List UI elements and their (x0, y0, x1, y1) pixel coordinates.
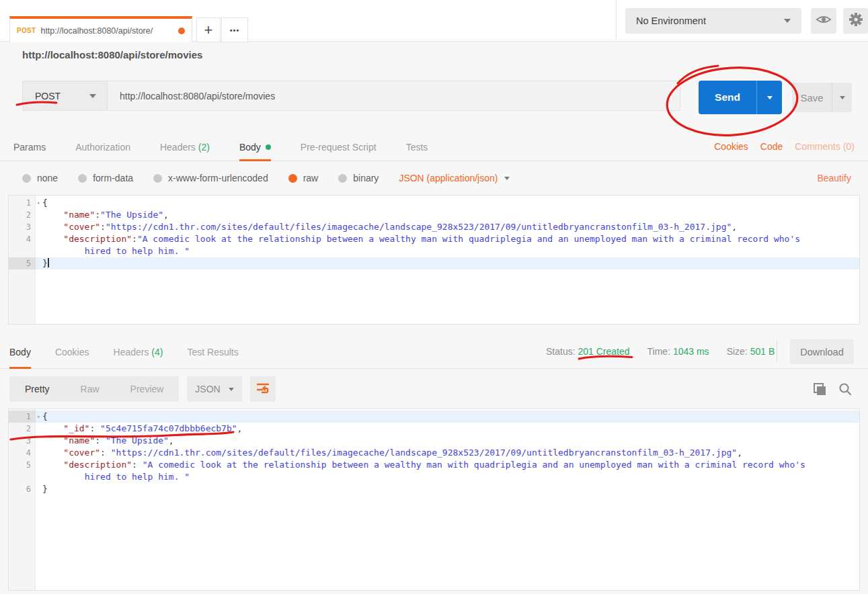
save-options-button[interactable] (832, 83, 852, 112)
response-tab-headers[interactable]: Headers (4) (114, 334, 163, 369)
download-button[interactable]: Download (790, 339, 854, 364)
environment-preview-button[interactable] (811, 8, 836, 34)
response-tab-test-results[interactable]: Test Results (187, 334, 238, 369)
beautify-link[interactable]: Beautify (817, 161, 851, 195)
code-text[interactable]: { (36, 197, 859, 209)
copy-response-button[interactable] (812, 382, 827, 400)
url-input[interactable] (108, 81, 680, 111)
request-body-editor[interactable]: 1▾{2 "name":"The Upside",3 "cover":"http… (8, 195, 860, 325)
tab-params[interactable]: Params (13, 132, 46, 161)
radio-selected-icon (288, 174, 297, 183)
send-options-button[interactable] (757, 81, 782, 114)
time-value: 1043 ms (673, 346, 709, 357)
radio-binary[interactable]: binary (338, 173, 379, 183)
line-number: 1▾ (9, 411, 36, 423)
request-links: Cookies Code Comments (0) (714, 132, 855, 161)
settings-button[interactable] (843, 8, 868, 34)
code-line[interactable]: 3 "cover":"https://cdn1.thr.com/sites/de… (9, 221, 859, 233)
response-header-bar: Body Cookies Headers (4) Test Results St… (0, 334, 868, 369)
response-view-bar: Pretty Raw Preview JSON (0, 369, 868, 409)
fold-caret-icon[interactable]: ▾ (37, 411, 40, 423)
environment-select[interactable]: No Environment (625, 8, 801, 34)
view-preview[interactable]: Preview (115, 376, 180, 402)
send-button[interactable]: Send (699, 81, 782, 114)
status-label: Status: (546, 346, 576, 357)
new-tab-button[interactable]: + (196, 17, 221, 42)
code-text[interactable]: "_id": "5c4e715fa74c07dbbb6ecb7b", (36, 423, 859, 435)
radio-raw[interactable]: raw (288, 173, 319, 183)
code-text[interactable]: "name": "The Upside", (36, 435, 859, 447)
size-value: 501 B (750, 346, 775, 357)
code-text[interactable]: } (36, 483, 859, 495)
radio-form-data[interactable]: form-data (78, 173, 133, 183)
tab-tests[interactable]: Tests (406, 132, 428, 161)
code-line[interactable]: 1▾{ (9, 197, 859, 209)
chevron-down-icon (767, 96, 773, 99)
code-line[interactable]: 6} (9, 483, 859, 495)
line-number: 1▾ (9, 197, 36, 209)
line-number: 3 (9, 221, 36, 233)
unsaved-dot-icon (178, 28, 185, 34)
save-label[interactable]: Save (792, 83, 832, 112)
code-line[interactable]: 2 "_id": "5c4e715fa74c07dbbb6ecb7b", (9, 423, 859, 435)
radio-icon (78, 174, 87, 183)
tab-authorization[interactable]: Authorization (75, 132, 130, 161)
send-label[interactable]: Send (699, 81, 757, 114)
code-text[interactable]: } (36, 257, 859, 269)
code-text[interactable]: { (36, 411, 859, 423)
comments-link[interactable]: Comments (0) (795, 141, 855, 152)
request-tab[interactable]: POST http://localhost:8080/api/store/ (9, 16, 192, 42)
fold-caret-icon[interactable]: ▾ (37, 197, 40, 209)
tab-body[interactable]: Body (239, 132, 271, 161)
code-line[interactable]: 3 "name": "The Upside", (9, 435, 859, 447)
view-raw[interactable]: Raw (65, 376, 115, 402)
size-label: Size: (727, 346, 748, 357)
code-text[interactable]: "description":"A comedic look at the rel… (36, 233, 859, 245)
code-link[interactable]: Code (760, 141, 783, 152)
content-type-select[interactable]: JSON (application/json) (399, 173, 510, 183)
format-select[interactable]: JSON (187, 376, 242, 402)
breadcrumb-bar: http://localhost:8080/api/store/movies (0, 42, 868, 67)
more-tabs-button[interactable]: ••• (221, 17, 248, 42)
code-line[interactable]: 2 "name":"The Upside", (9, 209, 859, 221)
response-tab-cookies[interactable]: Cookies (55, 334, 89, 369)
code-line[interactable]: 4 "description":"A comedic look at the r… (9, 233, 859, 245)
line-number: 4 (9, 447, 36, 459)
method-label: POST (35, 91, 61, 101)
chevron-down-icon (89, 94, 96, 98)
radio-none[interactable]: none (22, 173, 58, 183)
code-line[interactable]: 5} (9, 257, 859, 269)
search-response-button[interactable] (838, 382, 853, 399)
method-select[interactable]: POST (22, 81, 108, 111)
code-line[interactable]: hired to help him. " (9, 471, 859, 483)
wrap-text-button[interactable] (250, 376, 276, 402)
tab-headers[interactable]: Headers (2) (160, 132, 210, 161)
code-text[interactable]: "name":"The Upside", (36, 209, 859, 221)
code-line[interactable]: 1▾{ (9, 411, 859, 423)
view-pretty[interactable]: Pretty (9, 376, 65, 402)
cookies-link[interactable]: Cookies (714, 141, 748, 152)
response-tab-body[interactable]: Body (9, 334, 31, 369)
format-label: JSON (195, 384, 220, 394)
body-filled-dot-icon (266, 144, 271, 150)
tab-pre-request-script[interactable]: Pre-request Script (301, 132, 377, 161)
code-text[interactable]: "description": "A comedic look at the re… (36, 459, 859, 471)
line-number: 3 (9, 435, 36, 447)
content-type-label: JSON (application/json) (399, 173, 498, 183)
top-bar: POST http://localhost:8080/api/store/ + … (0, 0, 868, 42)
code-text[interactable]: "cover": "https://cdn1.thr.com/sites/def… (36, 447, 859, 459)
code-line[interactable]: 4 "cover": "https://cdn1.thr.com/sites/d… (9, 447, 859, 459)
view-mode-control: Pretty Raw Preview (9, 376, 179, 402)
line-number: 2 (9, 423, 36, 435)
save-button[interactable]: Save (792, 83, 852, 112)
code-line[interactable]: hired to help him. " (9, 245, 859, 257)
radio-x-www-form-urlencoded[interactable]: x-www-form-urlencoded (153, 173, 268, 183)
request-builder: POST Send Save (0, 67, 868, 132)
code-text[interactable]: hired to help him. " (36, 471, 859, 483)
time-label: Time: (647, 346, 670, 357)
wrap-text-icon (255, 380, 270, 398)
code-text[interactable]: "cover":"https://cdn1.thr.com/sites/defa… (36, 221, 859, 233)
code-line[interactable]: 5 "description": "A comedic look at the … (9, 459, 859, 471)
response-body-editor[interactable]: 1▾{2 "_id": "5c4e715fa74c07dbbb6ecb7b",3… (8, 409, 860, 591)
code-text[interactable]: hired to help him. " (36, 245, 859, 257)
